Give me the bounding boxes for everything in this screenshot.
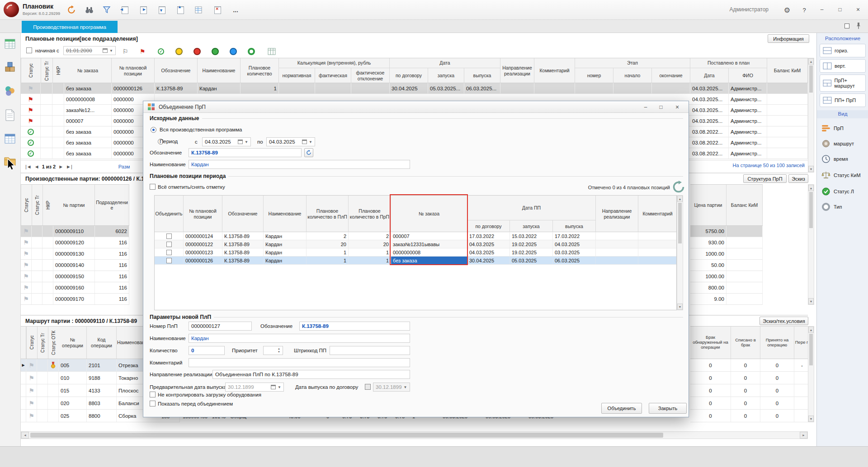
page-prev-button[interactable]: ◄ [34, 164, 39, 169]
dropdown-arrow-icon[interactable]: ▼ [245, 140, 248, 144]
scroll-thumb[interactable] [809, 192, 813, 228]
page-size-label[interactable]: Разм [118, 164, 130, 169]
more-icon[interactable]: ... [229, 4, 242, 16]
table-row[interactable]: ⚑0000009130116 [21, 248, 129, 260]
merge-checkbox[interactable] [166, 242, 172, 247]
layout-pp-prp-button[interactable]: ПП+ ПрП [820, 93, 866, 107]
window-minimize-button[interactable]: – [814, 4, 830, 15]
select-all-checkbox[interactable] [150, 184, 156, 190]
batches-vscrollbar[interactable]: ▲ ▼ [808, 184, 814, 305]
start-date-field[interactable]: 01.01.2000 ▼ [63, 46, 116, 55]
documents-icon[interactable] [5, 109, 15, 121]
scroll-right-arrow[interactable]: ► [800, 432, 807, 439]
table-row[interactable]: 9.00 [690, 294, 763, 305]
scroll-down-arrow[interactable]: ▼ [808, 166, 814, 172]
scroll-left-arrow[interactable]: ◄ [21, 432, 29, 439]
table-row[interactable]: 000 [690, 372, 810, 384]
barcode-field[interactable] [330, 346, 410, 355]
planning-vscrollbar[interactable]: ▲ ▼ [808, 58, 814, 173]
reports-icon[interactable] [4, 132, 16, 145]
tab-production-program[interactable]: Производственная программа [22, 21, 118, 33]
radio-all-program[interactable] [151, 127, 156, 133]
close-button[interactable]: Закрыть [649, 403, 687, 414]
sketch-button[interactable]: Эскиз [788, 174, 808, 183]
scroll-thumb[interactable] [809, 65, 813, 93]
table-row[interactable]: ⚑0000009120116 [21, 237, 129, 248]
merge-button[interactable]: Объединить [601, 403, 642, 414]
filter-icon[interactable] [100, 4, 113, 16]
page-last-button[interactable]: ►| [66, 164, 72, 169]
scroll-down-arrow[interactable]: ▼ [808, 416, 814, 422]
page-first-button[interactable]: |◄ [25, 164, 32, 169]
layout-horizontal-button[interactable]: гориз. [820, 44, 866, 57]
table-row[interactable]: ⚑0000009170116 [21, 294, 129, 305]
window-maximize-button[interactable]: □ [832, 4, 848, 15]
info-button[interactable]: Информация [768, 34, 809, 43]
dialog-minimize-button[interactable]: – [639, 103, 652, 112]
view-time-button[interactable]: время [819, 152, 867, 166]
view-status-l-button[interactable]: Статус Л [819, 185, 867, 198]
dialog-maximize-button[interactable]: □ [654, 103, 668, 112]
priority-spinner[interactable]: ▲▼ [263, 346, 283, 355]
table-row[interactable]: ⚑ без заказа 0000000126 К.13758-89 Карда… [21, 83, 808, 94]
table-row[interactable]: 000- [690, 359, 810, 372]
name-field[interactable]: Кардан [189, 160, 410, 169]
predate-field[interactable]: 30.12.1899▼ [225, 383, 284, 392]
scroll-up-arrow[interactable]: ▲ [808, 58, 814, 65]
route-vscrollbar[interactable]: ▲ ▼ [808, 326, 814, 422]
qty-field[interactable]: 0 [189, 346, 225, 355]
merge-checkbox[interactable] [166, 250, 172, 255]
list-arrow-left-icon[interactable]: ◄ [118, 4, 132, 16]
positions-vscrollbar[interactable]: ▲ ▼ [677, 195, 683, 310]
table-row[interactable]: 000 [690, 384, 810, 397]
table-row[interactable]: 930.00 [690, 237, 763, 248]
status-ring-icon[interactable] [245, 45, 258, 58]
table-row[interactable]: 000 [690, 410, 810, 422]
status-red-icon[interactable] [190, 45, 204, 58]
flag-outline-icon[interactable]: ⚐ [118, 45, 132, 58]
layout-prp-route-button[interactable]: ПрП+ маршрут [820, 75, 866, 92]
direction-field[interactable]: Объединенная ПлП по К.13758-89 [212, 370, 410, 379]
from-date-field[interactable]: 04.03.2025▼ [202, 137, 251, 146]
calendar-icon[interactable] [271, 385, 276, 389]
merge-checkbox[interactable] [166, 258, 172, 263]
view-prp-button[interactable]: ПрП [819, 121, 867, 135]
refresh-button[interactable] [65, 4, 78, 16]
table-row[interactable]: ⚑0000009150116 [21, 271, 129, 282]
list-delete-icon[interactable]: × [211, 4, 224, 16]
designation-field[interactable]: К.13758-89 [189, 148, 302, 157]
layout-vertical-button[interactable]: верт. [820, 59, 866, 73]
dialog-close-button[interactable]: × [670, 103, 685, 112]
comment-field[interactable] [189, 358, 410, 367]
table-row[interactable]: 800.00 [690, 282, 763, 294]
scroll-up-arrow[interactable]: ▲ [808, 185, 814, 191]
calendar-icon[interactable] [302, 140, 307, 144]
help-button[interactable]: ? [797, 4, 811, 16]
dropdown-arrow-icon[interactable]: ▼ [309, 140, 312, 144]
sketch-tech-button[interactable]: Эскиз/тех.условия [760, 317, 808, 325]
view-route-button[interactable]: маршрут [819, 137, 867, 150]
no-load-control-checkbox[interactable] [150, 392, 156, 397]
contract-date-checkbox[interactable] [365, 384, 371, 390]
status-done-icon[interactable]: ✓ [154, 45, 168, 58]
status-blue-icon[interactable] [226, 45, 240, 58]
pin-icon[interactable] [856, 22, 861, 29]
to-date-field[interactable]: 04.03.2025▼ [266, 137, 315, 146]
window-restore-icon[interactable] [844, 23, 849, 28]
resources-icon[interactable] [4, 84, 16, 97]
params-designation-field[interactable]: К.13758-89 [299, 322, 410, 331]
view-type-button[interactable]: Тип [819, 200, 867, 214]
view-status-kim-button[interactable]: Статус КиМ [819, 168, 867, 183]
refresh-positions-icon[interactable] [672, 181, 685, 193]
scroll-thumb[interactable] [809, 334, 813, 365]
table-row[interactable]: ⚑0000009160116 [21, 282, 129, 294]
merge-checkbox[interactable] [166, 234, 172, 239]
number-field[interactable]: 0000000127 [189, 322, 252, 331]
table-row[interactable]: ⚑0000009140116 [21, 260, 129, 271]
flag-red-icon[interactable]: ⚑ [136, 45, 149, 58]
scroll-down-arrow[interactable]: ▼ [677, 304, 683, 310]
page-next-button[interactable]: ► [58, 164, 63, 169]
list-arrow-down-icon[interactable]: ▼ [155, 4, 169, 16]
table-row[interactable]: 50.00 [690, 260, 763, 271]
scroll-thumb[interactable] [30, 433, 663, 438]
